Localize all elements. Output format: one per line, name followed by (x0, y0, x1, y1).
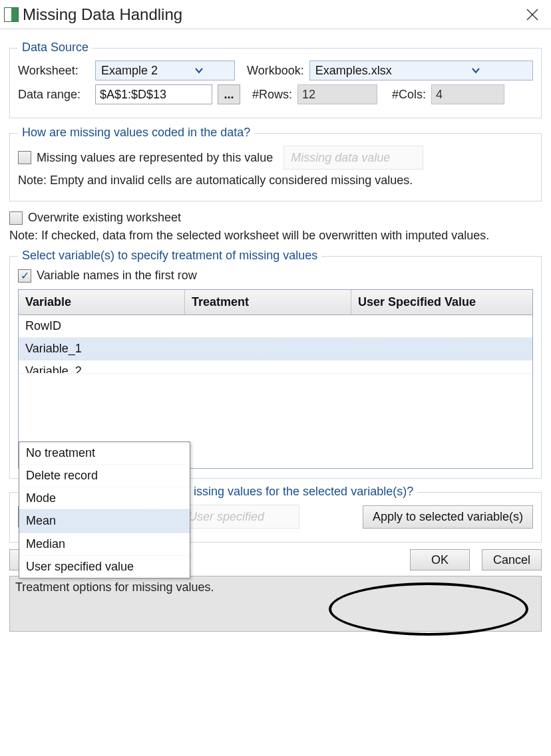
combo-worksheet-value: Example 2 (101, 64, 166, 78)
combo-workbook[interactable]: Examples.xlsx (309, 61, 533, 80)
group-missing-coded: How are missing values coded in the data… (9, 133, 542, 201)
chevron-down-icon (166, 66, 232, 75)
input-user-specified-placeholder: User specified (188, 510, 264, 524)
note-auto-missing: Note: Empty and invalid cells are automa… (18, 174, 533, 188)
table-row[interactable]: Variable_2 (19, 360, 532, 374)
button-apply-selected-label: Apply to selected variable(s) (373, 510, 523, 523)
app-icon (4, 7, 19, 22)
label-missing-value: Missing values are represented by this v… (37, 151, 273, 165)
legend-select-variables: Select variable(s) to specify treatment … (18, 249, 321, 263)
label-overwrite: Overwrite existing worksheet (28, 211, 181, 225)
titlebar: Missing Data Handling (0, 0, 551, 29)
label-cols: #Cols: (392, 88, 426, 102)
option-mean[interactable]: Mean (19, 509, 190, 533)
output-rows: 12 (297, 84, 377, 104)
button-ok[interactable]: OK (410, 549, 470, 570)
legend-treat-missing-partial: issing values for the selected variable(… (190, 485, 417, 499)
combo-worksheet[interactable]: Example 2 (95, 61, 235, 80)
option-median[interactable]: Median (19, 533, 190, 555)
label-worksheet: Worksheet: (18, 64, 90, 78)
input-missing-value-placeholder: Missing data value (291, 151, 390, 165)
legend-data-source: Data Source (18, 41, 92, 55)
note-overwrite: Note: If checked, data from the selected… (9, 229, 542, 243)
option-user-specified[interactable]: User specified value (19, 555, 190, 578)
table-row[interactable]: RowID (19, 315, 532, 338)
col-variable[interactable]: Variable (19, 290, 185, 315)
label-datarange: Data range: (18, 88, 90, 102)
option-delete-record[interactable]: Delete record (19, 464, 190, 487)
chevron-down-icon (423, 66, 530, 75)
close-icon (526, 8, 539, 21)
output-cols-value: 4 (436, 88, 443, 102)
button-cancel[interactable]: Cancel (482, 549, 542, 570)
label-workbook: Workbook: (247, 64, 304, 78)
legend-missing-coded: How are missing values coded in the data… (18, 126, 254, 140)
variables-table-header: Variable Treatment User Specified Value (19, 290, 532, 315)
input-missing-value: Missing data value (283, 146, 423, 170)
checkbox-first-row-names[interactable] (18, 269, 31, 283)
window-title: Missing Data Handling (23, 5, 518, 24)
label-first-row-names: Variable names in the first row (37, 269, 197, 283)
combo-workbook-value: Examples.xlsx (315, 64, 423, 78)
checkbox-overwrite[interactable] (9, 211, 23, 225)
table-row[interactable]: Variable_1 (19, 338, 532, 360)
input-user-specified: User specified (181, 505, 299, 529)
checkbox-missing-value[interactable] (18, 151, 31, 164)
group-data-source: Data Source Worksheet: Example 2 Workboo… (9, 48, 542, 118)
close-button[interactable] (518, 0, 547, 29)
input-datarange[interactable]: $A$1:$D$13 (95, 84, 212, 104)
statusbar: Treatment options for missing values. (9, 576, 542, 632)
col-treatment[interactable]: Treatment (185, 290, 351, 315)
output-cols: 4 (431, 84, 504, 104)
button-browse-range[interactable]: ... (218, 84, 240, 104)
input-datarange-value: $A$1:$D$13 (100, 88, 166, 102)
button-apply-selected[interactable]: Apply to selected variable(s) (363, 505, 533, 529)
status-text: Treatment options for missing values. (15, 580, 214, 594)
output-rows-value: 12 (302, 88, 315, 102)
option-no-treatment[interactable]: No treatment (19, 442, 190, 464)
col-user-value[interactable]: User Specified Value (351, 290, 532, 315)
label-rows: #Rows: (252, 88, 292, 102)
treatment-dropdown-list[interactable]: No treatment Delete record Mode Mean Med… (19, 441, 190, 578)
option-mode[interactable]: Mode (19, 487, 190, 509)
